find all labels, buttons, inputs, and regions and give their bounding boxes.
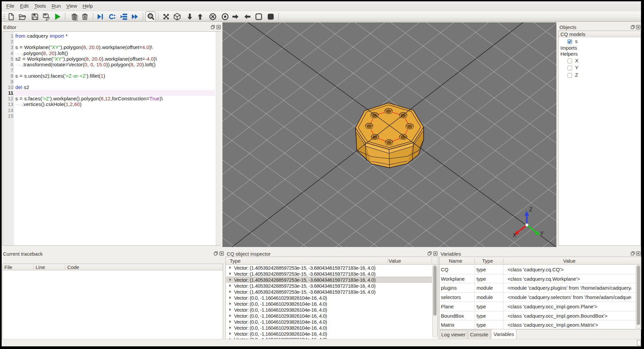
svg-text:X: X: [513, 232, 516, 238]
svg-text:Y: Y: [540, 231, 544, 236]
svg-text:Z: Z: [529, 207, 532, 212]
